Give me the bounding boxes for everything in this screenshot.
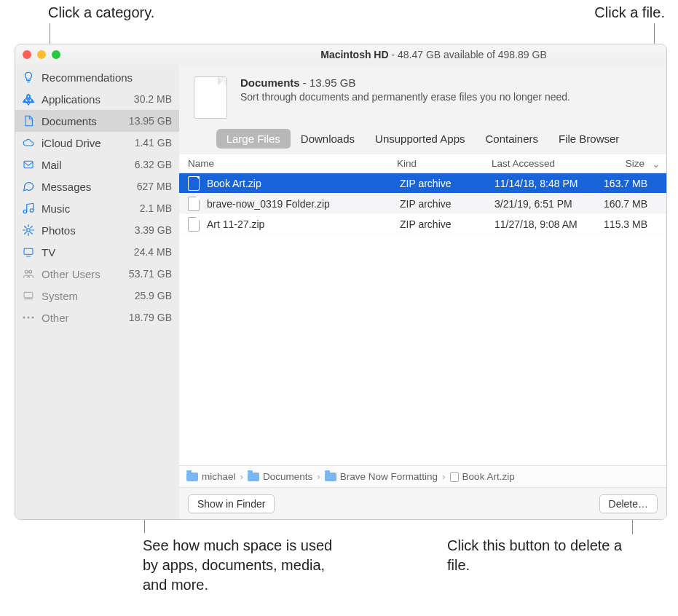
close-button[interactable] — [23, 50, 31, 59]
chevron-right-icon: › — [442, 471, 446, 482]
chevron-right-icon: › — [317, 471, 320, 482]
sidebar-item-size: 6.32 GB — [135, 159, 172, 170]
sidebar-item-other[interactable]: Other18.79 GB — [15, 307, 179, 328]
sidebar-item-size: 18.79 GB — [129, 312, 172, 323]
svg-point-4 — [27, 229, 31, 232]
file-date: 3/21/19, 6:51 PM — [494, 198, 592, 210]
sidebar-item-size: 1.41 GB — [135, 137, 172, 149]
sidebar-item-size: 13.95 GB — [129, 115, 172, 127]
photos-icon — [21, 223, 36, 237]
path-bar: michael›Documents›Brave Now Formatting›B… — [179, 465, 666, 487]
sidebar-item-label: TV — [42, 246, 128, 258]
table-row[interactable]: brave-now_0319 Folder.zipZIP archive3/21… — [179, 194, 666, 214]
folder-icon — [325, 473, 336, 481]
svg-point-3 — [30, 209, 33, 213]
system-icon — [21, 288, 36, 303]
music-icon — [21, 201, 36, 216]
tab-large-files[interactable]: Large Files — [216, 129, 291, 149]
sidebar-item-size: 25.9 GB — [135, 290, 172, 301]
column-kind[interactable]: Kind — [397, 158, 492, 169]
sidebar-item-messages[interactable]: Messages627 MB — [15, 175, 179, 197]
callout-delete: Click this button to delete a file. — [447, 536, 636, 575]
sidebar-item-tv[interactable]: TV24.4 MB — [15, 241, 179, 263]
sidebar-item-other-users[interactable]: Other Users53.71 GB — [15, 263, 179, 285]
sidebar-item-label: Documents — [42, 115, 123, 127]
chevron-down-icon[interactable]: ⌄ — [649, 158, 663, 170]
sidebar-item-mail[interactable]: Mail6.32 GB — [15, 154, 179, 175]
svg-rect-5 — [24, 248, 33, 254]
sidebar-item-label: Mail — [42, 159, 129, 171]
folder-icon — [248, 473, 259, 481]
sidebar-item-recommendations[interactable]: Recommendations — [15, 66, 179, 88]
table-header: Name Kind Last Accessed Size ⌄ — [179, 154, 666, 173]
window-title: Macintosh HD - 48.47 GB available of 498… — [201, 49, 666, 60]
table-row[interactable]: Art 11-27.zipZIP archive11/27/18, 9:08 A… — [179, 214, 666, 234]
file-kind: ZIP archive — [400, 198, 494, 210]
file-icon — [450, 472, 459, 482]
sidebar-item-label: Photos — [42, 224, 129, 237]
msg-icon — [21, 179, 36, 194]
sidebar-item-icloud-drive[interactable]: iCloud Drive1.41 GB — [15, 132, 179, 154]
svg-point-9 — [23, 317, 25, 319]
users-icon — [21, 266, 36, 281]
main-content: Documents - 13.95 GB Sort through docume… — [179, 65, 666, 519]
sidebar-item-label: Other Users — [42, 268, 123, 280]
tab-bar: Large FilesDownloadsUnsupported AppsCont… — [179, 129, 666, 149]
sidebar-item-size: 24.4 MB — [134, 246, 172, 258]
delete-button[interactable]: Delete… — [599, 494, 658, 513]
file-name: Art 11-27.zip — [207, 218, 400, 230]
table-row[interactable]: Book Art.zipZIP archive11/14/18, 8:48 PM… — [179, 173, 666, 194]
sidebar-item-label: Music — [42, 202, 134, 215]
path-segment[interactable]: Documents — [248, 471, 312, 482]
category-subtitle: Sort through documents and permanently e… — [240, 91, 570, 103]
titlebar: Macintosh HD - 48.47 GB available of 498… — [15, 44, 666, 65]
callout-category: Click a category. — [48, 3, 154, 23]
sidebar-item-label: Messages — [42, 181, 131, 193]
zoom-button[interactable] — [52, 50, 60, 59]
apps-icon — [21, 92, 36, 106]
storage-management-window: Macintosh HD - 48.47 GB available of 498… — [15, 44, 667, 520]
tab-unsupported-apps[interactable]: Unsupported Apps — [365, 129, 475, 149]
sidebar-item-label: System — [42, 290, 129, 302]
bulb-icon — [21, 70, 36, 84]
sidebar-item-size: 2.1 MB — [140, 202, 172, 214]
svg-point-10 — [28, 317, 30, 319]
svg-point-7 — [29, 270, 32, 273]
column-size[interactable]: Size — [589, 158, 649, 169]
file-size: 115.3 MB — [592, 218, 652, 230]
tv-icon — [21, 245, 36, 259]
sidebar-item-applications[interactable]: Applications30.2 MB — [15, 88, 179, 110]
path-segment[interactable]: michael — [186, 471, 236, 482]
column-name[interactable]: Name — [179, 158, 397, 169]
svg-point-2 — [23, 210, 27, 213]
tab-containers[interactable]: Containers — [475, 129, 548, 149]
file-icon — [188, 176, 200, 191]
sidebar-item-label: Other — [42, 312, 123, 324]
sidebar-item-label: Recommendations — [42, 71, 166, 84]
file-list: Book Art.zipZIP archive11/14/18, 8:48 PM… — [179, 173, 666, 465]
column-last-accessed[interactable]: Last Accessed — [492, 158, 589, 169]
doc-icon — [21, 114, 36, 128]
show-in-finder-button[interactable]: Show in Finder — [188, 494, 275, 513]
tab-file-browser[interactable]: File Browser — [548, 129, 629, 149]
file-icon — [188, 217, 200, 232]
sidebar-item-size: 53.71 GB — [129, 268, 172, 280]
sidebar-item-system[interactable]: System25.9 GB — [15, 285, 179, 307]
folder-icon — [186, 473, 198, 481]
path-segment[interactable]: Book Art.zip — [450, 471, 515, 482]
file-date: 11/27/18, 9:08 AM — [494, 218, 592, 230]
sidebar-item-photos[interactable]: Photos3.39 GB — [15, 219, 179, 241]
tab-downloads[interactable]: Downloads — [291, 129, 365, 149]
minimize-button[interactable] — [37, 50, 46, 59]
documents-icon — [194, 76, 227, 119]
callout-file: Click a file. — [594, 3, 665, 23]
path-segment[interactable]: Brave Now Formatting — [325, 471, 438, 482]
sidebar-item-music[interactable]: Music2.1 MB — [15, 197, 179, 219]
file-kind: ZIP archive — [400, 218, 494, 230]
sidebar-item-documents[interactable]: Documents13.95 GB — [15, 110, 179, 132]
chevron-right-icon: › — [240, 471, 244, 482]
file-size: 160.7 MB — [592, 198, 652, 210]
sidebar-item-size: 30.2 MB — [134, 93, 172, 105]
svg-point-6 — [25, 270, 28, 273]
file-date: 11/14/18, 8:48 PM — [494, 178, 592, 189]
